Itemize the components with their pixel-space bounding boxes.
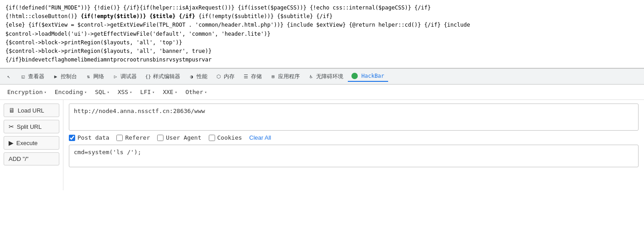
code-line-1: {if(!defined("RUN_MODE"))} {!die()} {/if…	[5, 4, 639, 12]
devtools-icon: ♿	[308, 73, 314, 80]
menu-item-xxe[interactable]: XXE▾	[159, 87, 181, 97]
menu-label: Other	[185, 89, 203, 95]
devtools-label: 查看器	[28, 73, 44, 80]
menu-item-encryption[interactable]: Encryption▾	[4, 87, 50, 97]
referer-checkbox-label[interactable]: Referer	[116, 134, 150, 141]
clear-all-button[interactable]: Clear All	[249, 134, 271, 141]
devtools-item-调试器[interactable]: ▷调试器	[109, 71, 140, 82]
left-panel: 🖥 Load URL ✂ Split URL ▶ Execute ADD "/"	[0, 100, 63, 190]
devtools-item-无障碍环境[interactable]: ♿无障碍环境	[304, 71, 347, 82]
menu-item-lfi[interactable]: LFI▾	[137, 87, 159, 97]
referer-checkbox[interactable]	[116, 135, 123, 141]
devtools-item-查看器[interactable]: ◱查看器	[16, 71, 48, 82]
code-line-4: $control->loadModel('ui')->getEffectView…	[5, 30, 639, 38]
code-line-5: {$control->block->printRegion($layouts, …	[5, 38, 639, 47]
devtools-icon: ⇅	[85, 73, 91, 80]
devtools-label: 调试器	[120, 73, 137, 80]
menu-label: LFI	[140, 89, 151, 95]
devtools-label: 性能	[197, 73, 207, 80]
menu-item-encoding[interactable]: Encoding▾	[51, 87, 91, 97]
cookies-checkbox[interactable]	[209, 135, 215, 141]
devtools-item-样式编辑器[interactable]: {}样式编辑器	[141, 71, 184, 82]
split-url-icon: ✂	[9, 123, 14, 130]
devtools-icon: ▷	[112, 73, 119, 80]
post-data-label: Post data	[77, 134, 109, 141]
url-input[interactable]	[69, 104, 639, 131]
code-display: {if(!defined("RUN_MODE"))} {!die()} {/if…	[0, 0, 644, 68]
chevron-down-icon: ▾	[152, 90, 154, 94]
checkbox-row: Post data Referer User Agent Cookies Cle…	[69, 134, 639, 141]
user-agent-checkbox[interactable]	[157, 135, 163, 141]
split-url-button[interactable]: ✂ Split URL	[4, 120, 59, 133]
devtools-label: HackBar	[361, 73, 384, 79]
chevron-down-icon: ▾	[175, 90, 177, 94]
cookies-checkbox-label[interactable]: Cookies	[209, 134, 242, 141]
hackbar-menu-bar: Encryption▾Encoding▾SQL▾XSS▾LFI▾XXE▾Othe…	[0, 85, 644, 100]
devtools-item-应用程序[interactable]: ⊞应用程序	[266, 71, 303, 82]
menu-label: Encoding	[55, 89, 83, 95]
devtools-pointer[interactable]: ↖	[2, 71, 15, 81]
menu-label: XSS	[118, 89, 128, 95]
menu-item-sql[interactable]: SQL▾	[91, 87, 113, 97]
devtools-icon: ◱	[20, 73, 26, 80]
chevron-down-icon: ▾	[205, 90, 207, 94]
hackbar-content: 🖥 Load URL ✂ Split URL ▶ Execute ADD "/"…	[0, 100, 644, 190]
devtools-label: 控制台	[61, 73, 77, 80]
hackbar-dot-icon	[351, 73, 358, 79]
devtools-item-网络[interactable]: ⇅网络	[82, 71, 108, 82]
devtools-item-hackbar[interactable]: HackBar	[348, 71, 388, 82]
execute-button[interactable]: ▶ Execute	[4, 136, 59, 150]
chevron-down-icon: ▾	[130, 90, 132, 94]
chevron-down-icon: ▾	[107, 90, 109, 94]
menu-item-other[interactable]: Other▾	[182, 87, 211, 97]
code-line-3: {else} {if($extView = $control->getExtVi…	[5, 21, 639, 29]
chevron-down-icon: ▾	[84, 90, 87, 94]
code-line-2: {!html::closeButton()} {if(!empty($title…	[5, 12, 639, 21]
right-panel: Post data Referer User Agent Cookies Cle…	[63, 100, 644, 190]
post-data-checkbox-label[interactable]: Post data	[69, 134, 109, 141]
user-agent-checkbox-label[interactable]: User Agent	[157, 134, 201, 141]
menu-label: SQL	[95, 89, 106, 95]
devtools-toolbar: ↖ ◱查看器▶控制台⇅网络▷调试器{}样式编辑器◑性能⬡内存☰存储⊞应用程序♿无…	[0, 68, 644, 85]
cookies-label: Cookies	[217, 134, 242, 141]
load-url-button[interactable]: 🖥 Load URL	[4, 104, 59, 117]
chevron-down-icon: ▾	[44, 90, 46, 94]
add-slash-button[interactable]: ADD "/"	[4, 152, 59, 165]
devtools-item-控制台[interactable]: ▶控制台	[49, 71, 81, 82]
devtools-label: 内存	[224, 73, 235, 80]
devtools-icon: ⊞	[270, 73, 276, 80]
user-agent-label: User Agent	[166, 134, 201, 141]
menu-label: Encryption	[7, 89, 43, 95]
devtools-item-存储[interactable]: ☰存储	[239, 71, 265, 82]
post-data-checkbox[interactable]	[69, 135, 75, 141]
devtools-item-性能[interactable]: ◑性能	[185, 71, 211, 82]
pointer-icon: ↖	[5, 73, 12, 80]
devtools-icon: ☰	[243, 73, 249, 80]
devtools-label: 应用程序	[278, 73, 300, 80]
devtools-label: 无障碍环境	[316, 73, 343, 80]
execute-icon: ▶	[9, 139, 14, 146]
devtools-label: 网络	[93, 73, 104, 80]
devtools-icon: ◑	[188, 73, 195, 80]
devtools-icon: {}	[145, 73, 151, 80]
referer-label: Referer	[125, 134, 150, 141]
devtools-label: 存储	[251, 73, 262, 80]
devtools-icon: ⬡	[216, 73, 222, 80]
devtools-label: 样式编辑器	[153, 73, 180, 80]
load-url-icon: 🖥	[9, 107, 15, 114]
code-line-7: {/if}bindevetcflaghomelibmediamntprocroo…	[5, 56, 639, 64]
post-data-input[interactable]	[69, 145, 639, 167]
menu-label: XXE	[163, 89, 173, 95]
code-line-6: {$control->block->printRegion($layouts, …	[5, 47, 639, 56]
devtools-icon: ▶	[53, 73, 59, 80]
menu-item-xss[interactable]: XSS▾	[114, 87, 136, 97]
devtools-item-内存[interactable]: ⬡内存	[212, 71, 238, 82]
